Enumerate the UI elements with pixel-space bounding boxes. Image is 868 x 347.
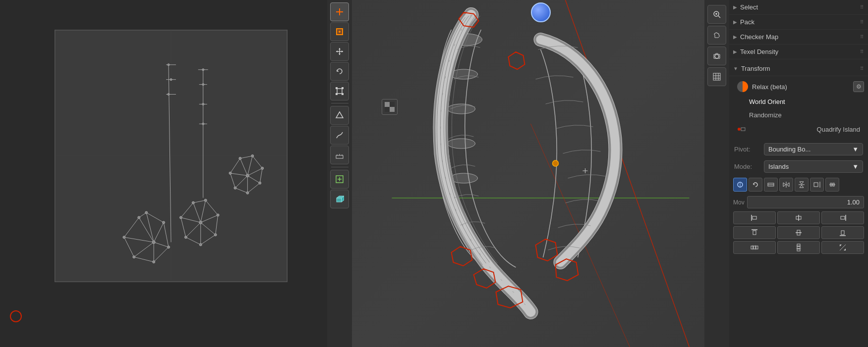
distribute-btn[interactable] (825, 178, 839, 192)
transform-header[interactable]: ▼ Transform ⠿ (729, 61, 868, 76)
zoom-btn[interactable] (707, 5, 726, 24)
uv-canvas (55, 30, 288, 282)
grid-btn-equal-v[interactable] (777, 241, 820, 254)
quadrify-btn[interactable]: Quadrify Island (729, 122, 868, 137)
relax-row: Relax (beta) ⚙ (729, 78, 868, 95)
texel-label: Texel Density (740, 48, 778, 55)
rotate-tool-btn[interactable] (330, 62, 349, 81)
align-h-btn[interactable] (764, 178, 778, 192)
checker-label: Checker Map (740, 33, 778, 41)
grid-overlay-btn[interactable] (707, 67, 726, 86)
flip-h-btn[interactable] (779, 178, 793, 192)
transform-dots: ⠿ (860, 66, 864, 71)
svg-point-52 (202, 103, 204, 105)
svg-line-13 (146, 213, 154, 243)
grid-btn-equal-h[interactable] (733, 241, 776, 254)
mode-label: Mode: (734, 163, 759, 170)
svg-point-15 (138, 216, 140, 219)
pivot-chevron: ▼ (852, 146, 859, 153)
svg-rect-107 (385, 107, 390, 112)
uv-editor-panel (0, 0, 327, 347)
grid-btn-expand[interactable] (821, 241, 864, 254)
svg-point-64 (229, 172, 231, 174)
svg-point-26 (168, 64, 170, 66)
svg-rect-76 (336, 155, 343, 158)
transform-section: ▼ Transform ⠿ Relax (beta) ⚙ World Orien… (729, 59, 868, 141)
grid-btn-align-bottom[interactable] (821, 226, 864, 239)
relax-label: Relax (beta) (752, 83, 849, 91)
svg-line-35 (201, 215, 218, 222)
svg-line-55 (240, 158, 247, 176)
svg-point-21 (145, 211, 148, 214)
pivot-dropdown[interactable]: Bounding Bo... ▼ (764, 143, 863, 155)
mode-row: Mode: Islands ▼ (729, 158, 868, 175)
grid-row-1 (729, 210, 868, 225)
add-mesh-btn[interactable] (330, 170, 349, 189)
measure-tool-btn[interactable] (330, 146, 349, 164)
svg-point-112 (715, 54, 719, 58)
cursor-tool-btn[interactable] (330, 2, 349, 21)
svg-line-59 (247, 176, 260, 183)
svg-line-61 (247, 156, 252, 176)
select-tool-btn[interactable] (330, 22, 349, 41)
pack-label: Pack (740, 18, 754, 26)
origin-indicator (10, 310, 22, 322)
separator-2 (331, 167, 348, 167)
grid-btn-align-top[interactable] (733, 226, 776, 239)
svg-point-14 (152, 241, 155, 244)
world-orient-btn[interactable]: World Orient (729, 95, 868, 108)
svg-rect-142 (841, 231, 844, 235)
svg-point-19 (168, 246, 170, 248)
select-section[interactable]: ▶ Select ⠿ (729, 0, 868, 15)
svg-point-40 (184, 236, 187, 239)
svg-line-9 (134, 242, 154, 257)
mode-value: Islands (768, 163, 789, 170)
svg-line-87 (566, 0, 690, 347)
camera-btn[interactable] (707, 47, 726, 65)
svg-line-56 (230, 173, 247, 176)
grid-btn-align-right[interactable] (821, 211, 864, 224)
texel-section[interactable]: ▶ Texel Density ⠿ (729, 45, 868, 59)
flip-v-btn[interactable] (795, 178, 809, 192)
relax-gear-btn[interactable]: ⚙ (853, 81, 864, 92)
svg-point-63 (239, 157, 241, 159)
annotate-tool-btn[interactable] (330, 126, 349, 145)
svg-rect-104 (385, 102, 390, 107)
svg-point-38 (192, 201, 194, 204)
align-active-btn[interactable] (733, 178, 747, 192)
svg-point-101 (553, 160, 559, 166)
checkerboard-btn[interactable] (382, 99, 398, 115)
align-right-btn[interactable] (810, 178, 824, 192)
svg-rect-149 (797, 247, 800, 248)
pack-section[interactable]: ▶ Pack ⠿ (729, 15, 868, 30)
svg-rect-126 (814, 183, 818, 187)
randomize-btn[interactable]: Randomize (729, 108, 868, 122)
grid-btn-align-middle[interactable] (777, 226, 820, 239)
cube-btn[interactable] (330, 190, 349, 208)
svg-point-39 (179, 216, 182, 219)
mode-chevron: ▼ (852, 163, 859, 170)
move-tool-btn[interactable] (330, 42, 349, 61)
hand-btn[interactable] (707, 26, 726, 45)
transform-header-left: ▼ Transform (733, 65, 770, 72)
mode-dropdown[interactable]: Islands ▼ (764, 160, 863, 173)
texel-dots: ⠿ (860, 49, 864, 54)
rotate-cw-btn[interactable] (749, 178, 762, 192)
svg-rect-148 (797, 244, 800, 246)
checker-map-section[interactable]: ▶ Checker Map ⠿ (729, 30, 868, 45)
grid-btn-align-center[interactable] (777, 211, 820, 224)
svg-point-44 (204, 199, 207, 201)
svg-rect-136 (841, 216, 845, 219)
scale-tool-btn[interactable] (330, 82, 349, 100)
svg-rect-150 (797, 249, 800, 251)
svg-rect-83 (337, 198, 342, 202)
mov-label: Mov (733, 199, 745, 206)
mov-value[interactable]: 1.00 (747, 196, 864, 208)
pack-chevron: ▶ (733, 19, 737, 25)
separator-1 (331, 103, 348, 103)
svg-line-32 (186, 222, 201, 237)
relax-icon (737, 81, 748, 92)
grid-btn-align-left[interactable] (733, 211, 776, 224)
svg-line-31 (181, 217, 201, 222)
transform-tool-btn[interactable] (330, 106, 349, 125)
